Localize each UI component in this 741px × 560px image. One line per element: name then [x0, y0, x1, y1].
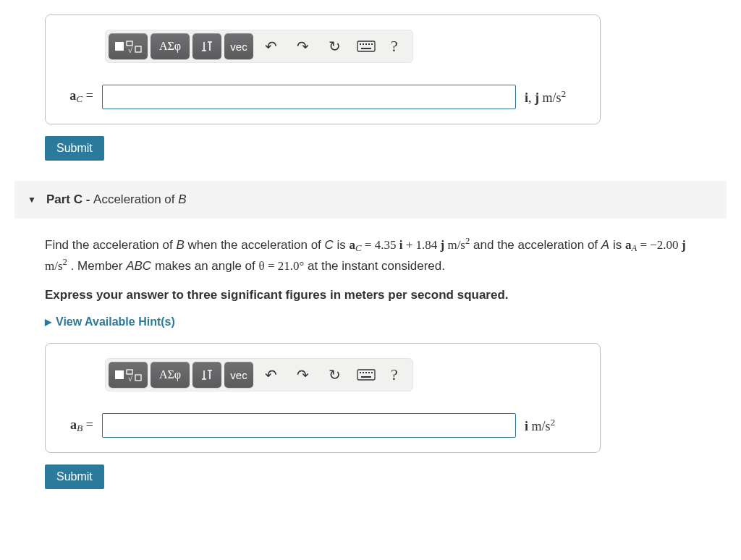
undo-button[interactable]: ↶ [256, 362, 285, 388]
input-row-ac: aC = i, j m/s2 [59, 85, 587, 109]
vec-button[interactable]: vec [224, 33, 253, 59]
answer-input-ab[interactable] [102, 413, 516, 438]
help-button[interactable]: ? [384, 362, 405, 388]
svg-rect-8 [368, 43, 370, 45]
part-c-prompt: Find the acceleration of B when the acce… [45, 234, 711, 304]
svg-rect-5 [360, 43, 361, 45]
var-label-ab: aB = [59, 417, 93, 434]
answer-panel-ac: √ ΑΣφ vec ↶ ↷ ↻ [45, 14, 601, 124]
svg-rect-14 [135, 375, 141, 381]
answer-panel-ab: √ ΑΣφ vec ↶ ↷ ↻ [45, 343, 601, 453]
greek-button[interactable]: ΑΣφ [151, 33, 190, 59]
submit-button-ac[interactable]: Submit [45, 136, 104, 161]
equation-toolbar: √ ΑΣφ vec ↶ ↷ ↻ [105, 358, 413, 391]
keyboard-button[interactable] [352, 33, 381, 59]
templates-button[interactable]: √ [109, 33, 148, 59]
keyboard-button[interactable] [352, 362, 381, 388]
svg-rect-16 [360, 372, 361, 373]
sub-sup-button[interactable] [192, 33, 221, 59]
svg-rect-7 [365, 43, 367, 45]
undo-button[interactable]: ↶ [256, 33, 285, 59]
reset-button[interactable]: ↻ [320, 362, 349, 388]
svg-rect-9 [371, 43, 373, 45]
svg-rect-19 [368, 372, 370, 373]
svg-text:√: √ [128, 374, 133, 382]
input-row-ab: aB = i m/s2 [59, 413, 587, 438]
svg-rect-17 [363, 372, 364, 373]
submit-button-ab[interactable]: Submit [45, 464, 104, 489]
part-c-header[interactable]: ▼ Part C - Acceleration of B [14, 181, 727, 219]
svg-rect-21 [361, 376, 371, 378]
svg-rect-4 [357, 41, 375, 51]
reset-button[interactable]: ↻ [320, 33, 349, 59]
svg-rect-20 [371, 372, 373, 373]
part-c-title: Part C - Acceleration of B [46, 192, 187, 207]
redo-button[interactable]: ↷ [288, 33, 317, 59]
express-instruction: Express your answer to three significant… [45, 286, 711, 305]
answer-input-ac[interactable] [102, 85, 516, 109]
equation-toolbar: √ ΑΣφ vec ↶ ↷ ↻ [105, 30, 413, 63]
toolbar-wrap: √ ΑΣφ vec ↶ ↷ ↻ [59, 30, 587, 63]
svg-rect-11 [115, 370, 124, 379]
var-label-ac: aC = [59, 88, 93, 105]
vec-button[interactable]: vec [224, 362, 253, 388]
chevron-right-icon: ▶ [45, 317, 51, 327]
view-hints-label: View Available Hint(s) [56, 315, 175, 328]
greek-button[interactable]: ΑΣφ [151, 362, 190, 388]
svg-rect-18 [365, 372, 367, 373]
svg-rect-3 [135, 46, 141, 52]
templates-button[interactable]: √ [109, 362, 148, 388]
view-hints-toggle[interactable]: ▶ View Available Hint(s) [45, 315, 727, 328]
collapse-caret-icon: ▼ [27, 195, 36, 205]
svg-rect-0 [115, 42, 124, 51]
svg-rect-10 [361, 48, 371, 49]
toolbar-wrap: √ ΑΣφ vec ↶ ↷ ↻ [59, 358, 587, 391]
redo-button[interactable]: ↷ [288, 362, 317, 388]
sub-sup-button[interactable] [192, 362, 221, 388]
svg-text:√: √ [128, 46, 133, 54]
svg-rect-6 [363, 43, 364, 45]
unit-label-ac: i, j m/s2 [525, 88, 587, 106]
help-button[interactable]: ? [384, 33, 405, 59]
svg-rect-15 [357, 370, 375, 380]
unit-label-ab: i m/s2 [525, 417, 587, 434]
